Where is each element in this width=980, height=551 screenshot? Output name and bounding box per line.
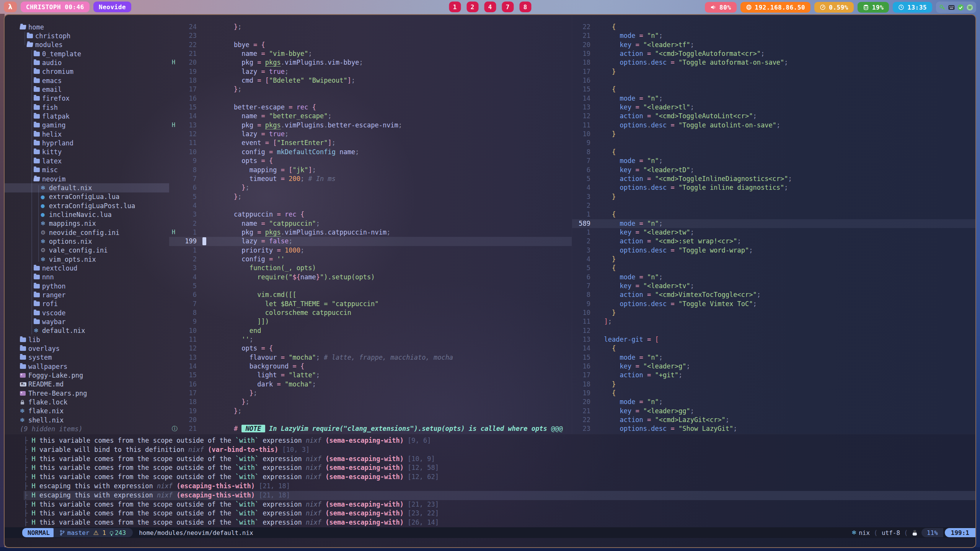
- code-line[interactable]: 17 };: [169, 389, 572, 398]
- file-tree-pane[interactable]: homechristophmodules0_templateaudiochrom…: [5, 15, 169, 434]
- workspace-button-8[interactable]: 8: [519, 2, 531, 12]
- tree-item-shell.nix[interactable]: ❄shell.nix: [5, 416, 169, 424]
- workspace-button-4[interactable]: 4: [484, 2, 496, 12]
- workspace-button-1[interactable]: 1: [449, 2, 461, 12]
- tree-item-waybar[interactable]: waybar: [5, 317, 169, 326]
- tree-item-misc[interactable]: misc: [5, 166, 169, 174]
- code-line[interactable]: 2: [572, 201, 975, 210]
- tree-item-inclineNavic.lua[interactable]: ●inclineNavic.lua: [5, 210, 169, 219]
- code-line[interactable]: 20: [169, 416, 572, 424]
- code-line[interactable]: 15 mode = "n";: [572, 353, 975, 362]
- code-line[interactable]: 7 key = "<leader>tv";: [572, 282, 975, 290]
- code-line[interactable]: 4 }: [572, 255, 975, 264]
- code-line[interactable]: 18 };: [169, 398, 572, 406]
- code-line[interactable]: 8 colorscheme catppuccin: [169, 308, 572, 317]
- code-line[interactable]: 23: [169, 31, 572, 40]
- volume-module[interactable]: 80%: [705, 2, 736, 13]
- code-line[interactable]: 11 options.desc = "Toggle autolint-on-sa…: [572, 121, 975, 130]
- code-line[interactable]: 22 {: [572, 23, 975, 31]
- tree-item-overlays[interactable]: overlays: [5, 344, 169, 353]
- tree-item-gaming[interactable]: gaming: [5, 121, 169, 130]
- tree-item-python[interactable]: python: [5, 282, 169, 290]
- quickfix-item[interactable]: ├ H variable will bind to this definitio…: [24, 445, 975, 455]
- code-line[interactable]: 11 '';: [169, 335, 572, 344]
- tree-item-ranger[interactable]: ranger: [5, 290, 169, 299]
- code-line[interactable]: H20 pkg = pkgs.vimPlugins.vim-bbye;: [169, 58, 572, 67]
- code-line[interactable]: 13 leader-git = [: [572, 335, 975, 344]
- code-line[interactable]: 5 };: [169, 192, 572, 201]
- quickfix-item[interactable]: ├ H this variable comes from the scope o…: [24, 473, 975, 482]
- code-line[interactable]: 15 {: [572, 85, 975, 94]
- code-line[interactable]: 3 catppuccin = rec {: [169, 210, 572, 219]
- code-line[interactable]: 17 action = "+git";: [572, 371, 975, 380]
- code-line[interactable]: 14 background = {: [169, 362, 572, 371]
- code-line[interactable]: 18 }: [572, 380, 975, 389]
- code-line[interactable]: H1 pkg = pkgs.vimPlugins.catppuccin-nvim…: [169, 228, 572, 237]
- tree-item-helix[interactable]: helix: [5, 130, 169, 139]
- code-line[interactable]: 14 {: [572, 344, 975, 353]
- tree-item-audio[interactable]: audio: [5, 58, 169, 67]
- code-line[interactable]: 11 ];: [572, 317, 975, 326]
- code-line[interactable]: 12 action = "<cmd>ToggleAutoLint<cr>";: [572, 112, 975, 121]
- code-line[interactable]: 10 }: [572, 130, 975, 139]
- code-line[interactable]: 19 action = "<cmd>ToggleAutoformat<cr>";: [572, 49, 975, 58]
- clock-module[interactable]: 13:35: [893, 2, 932, 13]
- tree-item-README.md[interactable]: M↓README.md: [5, 380, 169, 389]
- command-line[interactable]: [5, 538, 975, 547]
- tree-item-extraConfigLuaPost.lua[interactable]: ●extraConfigLuaPost.lua: [5, 201, 169, 210]
- code-line[interactable]: H13 pkg = pkgs.vimPlugins.better-escape-…: [169, 121, 572, 130]
- user-clock-badge[interactable]: CHRISTOPH 00:46: [21, 2, 90, 12]
- code-line[interactable]: 3 options.desc = "Toggle word-wrap";: [572, 246, 975, 255]
- disk-module[interactable]: 19%: [858, 2, 889, 13]
- code-line[interactable]: 6 vim.cmd([[: [169, 290, 572, 299]
- tree-item-0_template[interactable]: 0_template: [5, 49, 169, 58]
- code-line[interactable]: 8 mapping = ["jk"];: [169, 166, 572, 174]
- quickfix-item[interactable]: ├ H this variable comes from the scope o…: [24, 455, 975, 464]
- network-module[interactable]: 192.168.86.50: [740, 2, 811, 13]
- code-line[interactable]: 10 end: [169, 326, 572, 335]
- code-line[interactable]: 22 bbye = {: [169, 41, 572, 49]
- tree-item-lib[interactable]: lib: [5, 335, 169, 344]
- code-line[interactable]: 15 better-escape = rec {: [169, 103, 572, 112]
- code-line[interactable]: 1 key = "<leader>tw";: [572, 228, 975, 237]
- tree-item-firefox[interactable]: firefox: [5, 94, 169, 103]
- code-line[interactable]: 13 key = "<leader>tl";: [572, 103, 975, 112]
- code-line[interactable]: 13 flavour = "mocha"; # latte, frappe, m…: [169, 353, 572, 362]
- keyboard-icon[interactable]: [948, 4, 955, 11]
- quickfix-item[interactable]: ├ H escaping this with expression nixf (…: [24, 491, 975, 500]
- workspace-button-2[interactable]: 2: [466, 2, 478, 12]
- code-line[interactable]: 18 options.desc = "Toggle autoformat-on-…: [572, 58, 975, 67]
- code-line[interactable]: 9 ]]): [169, 317, 572, 326]
- code-line[interactable]: 12 lazy = true;: [169, 130, 572, 139]
- code-line[interactable]: 589 mode = "n";: [572, 219, 975, 228]
- code-line[interactable]: 199 lazy = false;: [169, 237, 572, 246]
- code-line[interactable]: 8 action = "<cmd>VimtexTocToggle<cr>";: [572, 290, 975, 299]
- code-line[interactable]: 5: [169, 282, 572, 290]
- code-line[interactable]: 14 name = "better_escape";: [169, 112, 572, 121]
- quickfix-item[interactable]: ├ H this variable comes from the scope o…: [24, 436, 975, 445]
- code-line[interactable]: 16: [572, 76, 975, 85]
- spotify-icon[interactable]: [967, 4, 973, 11]
- code-line[interactable]: 5 action = "<cmd>ToggleInlineDiagnostics…: [572, 174, 975, 183]
- quickfix-item[interactable]: ├ H this variable comes from the scope o…: [24, 500, 975, 509]
- main-editor-pane[interactable]: 24 };2322 bbye = {21 name = "vim-bbye";H…: [169, 15, 572, 434]
- tree-item-Foggy-Lake.png[interactable]: Foggy-Lake.png: [5, 371, 169, 380]
- code-line[interactable]: 4 options.desc = "Toggle inline diagnost…: [572, 183, 975, 192]
- tree-item-christoph[interactable]: christoph: [5, 31, 169, 40]
- tree-item-default.nix[interactable]: ❄default.nix: [5, 183, 169, 192]
- code-line[interactable]: 17 };: [169, 85, 572, 94]
- tree-item-extraConfigLua.lua[interactable]: ●extraConfigLua.lua: [5, 192, 169, 201]
- code-line[interactable]: 9: [572, 139, 975, 147]
- tree-item-home[interactable]: home: [5, 23, 169, 31]
- code-line[interactable]: 14 mode = "n";: [572, 94, 975, 103]
- tree-item-Three-Bears.png[interactable]: Three-Bears.png: [5, 389, 169, 398]
- code-line[interactable]: 22 action = "<cmd>LazyGit<cr>";: [572, 416, 975, 424]
- hint-count[interactable]: 243: [110, 529, 126, 536]
- right-editor-pane[interactable]: 22 {21 mode = "n";20 key = "<leader>tf";…: [572, 15, 975, 434]
- code-line[interactable]: 3 function(_, opts): [169, 264, 572, 272]
- code-line[interactable]: 19 lazy = true;: [169, 67, 572, 76]
- code-line[interactable]: 7 timeout = 200; # In ms: [169, 174, 572, 183]
- key-icon[interactable]: [939, 4, 946, 11]
- tree-item-kitty[interactable]: kitty: [5, 148, 169, 156]
- code-line[interactable]: 23 options.desc = "Show LazyGit";: [572, 424, 975, 433]
